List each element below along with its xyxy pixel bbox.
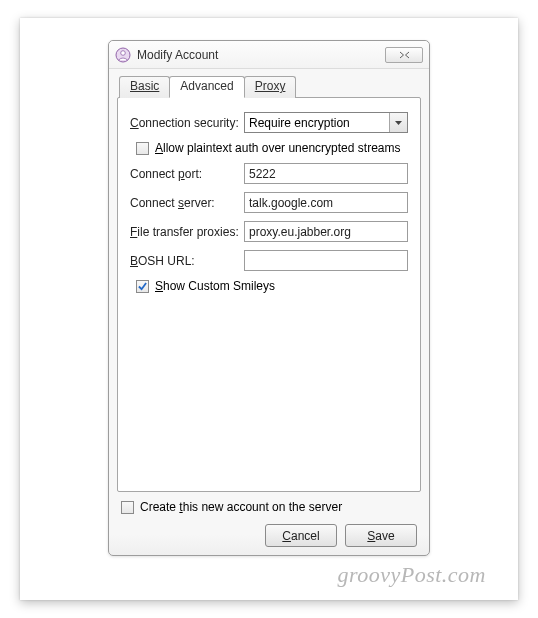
bosh-url-input[interactable] (244, 250, 408, 271)
tab-basic[interactable]: Basic (119, 76, 170, 98)
close-button[interactable] (385, 47, 423, 63)
connect-port-label: Connect port: (130, 167, 244, 181)
show-custom-smileys-checkbox[interactable] (136, 280, 149, 293)
titlebar: Modify Account (109, 41, 429, 69)
tab-body-advanced: Connection security: Require encryption (117, 97, 421, 492)
connection-security-label: Connection security: (130, 116, 244, 130)
window-title: Modify Account (137, 48, 385, 62)
tabs: Basic Advanced Proxy (119, 75, 421, 97)
app-icon (115, 47, 131, 63)
allow-plaintext-checkbox[interactable] (136, 142, 149, 155)
svg-point-1 (121, 50, 126, 55)
create-on-server-label: Create this new account on the server (140, 500, 342, 514)
tab-advanced[interactable]: Advanced (169, 76, 244, 98)
save-button[interactable]: Save (345, 524, 417, 547)
connect-server-label: Connect server: (130, 196, 244, 210)
show-custom-smileys-label: Show Custom Smileys (155, 279, 275, 293)
connection-security-select[interactable]: Require encryption (244, 112, 408, 133)
modify-account-window: Modify Account Basic Advanced Proxy (108, 40, 430, 556)
bosh-url-label: BOSH URL: (130, 254, 244, 268)
cancel-button[interactable]: Cancel (265, 524, 337, 547)
chevron-down-icon (389, 113, 407, 132)
file-transfer-proxies-input[interactable] (244, 221, 408, 242)
connect-port-input[interactable] (244, 163, 408, 184)
connect-server-input[interactable] (244, 192, 408, 213)
file-transfer-proxies-label: File transfer proxies: (130, 225, 244, 239)
allow-plaintext-label: Allow plaintext auth over unencrypted st… (155, 141, 400, 155)
watermark: groovyPost.com (337, 562, 486, 588)
create-on-server-checkbox[interactable] (121, 501, 134, 514)
tab-proxy[interactable]: Proxy (244, 76, 297, 98)
